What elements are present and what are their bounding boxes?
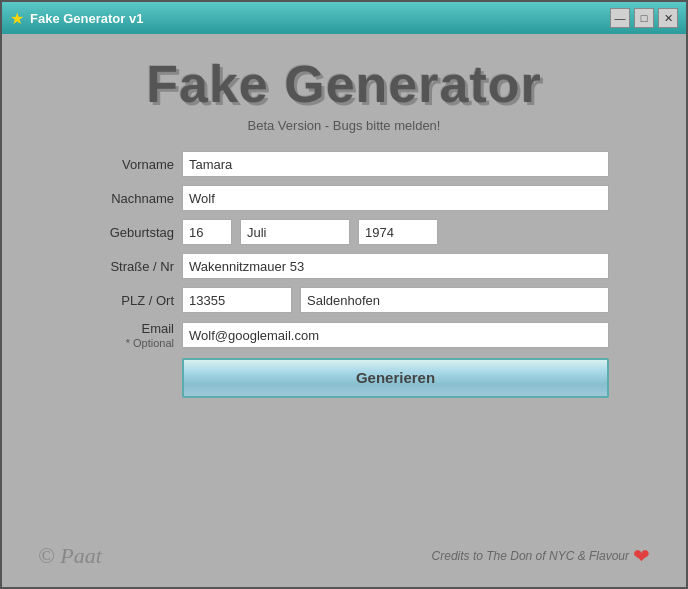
email-optional-label: * Optional — [79, 337, 174, 350]
vorname-row: Vorname — [79, 151, 609, 177]
app-title: Fake Generator — [146, 54, 542, 114]
geburtstag-label: Geburtstag — [79, 225, 174, 240]
geburtstag-year-input[interactable] — [358, 219, 438, 245]
strasse-label: Straße / Nr — [79, 259, 174, 274]
window-title: Fake Generator v1 — [30, 11, 604, 26]
close-button[interactable]: ✕ — [658, 8, 678, 28]
sun-icon: ❤ — [633, 544, 650, 568]
credits-container: Credits to The Don of NYC & Flavour ❤ — [432, 544, 650, 568]
nachname-input[interactable] — [182, 185, 609, 211]
app-icon: ★ — [10, 9, 24, 28]
generate-button[interactable]: Generieren — [182, 358, 609, 398]
app-subtitle: Beta Version - Bugs bitte melden! — [248, 118, 441, 133]
content-area: Fake Generator Beta Version - Bugs bitte… — [2, 34, 686, 587]
window-controls: — □ ✕ — [610, 8, 678, 28]
geburtstag-row: Geburtstag — [79, 219, 609, 245]
email-input[interactable] — [182, 322, 609, 348]
maximize-button[interactable]: □ — [634, 8, 654, 28]
plz-input[interactable] — [182, 287, 292, 313]
nachname-row: Nachname — [79, 185, 609, 211]
vorname-input[interactable] — [182, 151, 609, 177]
geburtstag-month-input[interactable] — [240, 219, 350, 245]
strasse-input[interactable] — [182, 253, 609, 279]
email-row: Email * Optional — [79, 321, 609, 350]
copyright-text: © Paat — [38, 543, 102, 569]
vorname-label: Vorname — [79, 157, 174, 172]
footer: © Paat Credits to The Don of NYC & Flavo… — [22, 535, 666, 577]
plzort-row: PLZ / Ort — [79, 287, 609, 313]
form-container: Vorname Nachname Geburtstag Straße / Nr — [79, 151, 609, 398]
main-window: ★ Fake Generator v1 — □ ✕ Fake Generator… — [0, 0, 688, 589]
nachname-label: Nachname — [79, 191, 174, 206]
titlebar: ★ Fake Generator v1 — □ ✕ — [2, 2, 686, 34]
strasse-row: Straße / Nr — [79, 253, 609, 279]
generate-row: Generieren — [79, 358, 609, 398]
credits-text: Credits to The Don of NYC & Flavour — [432, 549, 629, 563]
geburtstag-day-input[interactable] — [182, 219, 232, 245]
ort-input[interactable] — [300, 287, 609, 313]
email-label-container: Email * Optional — [79, 321, 174, 350]
email-label: Email — [79, 321, 174, 337]
minimize-button[interactable]: — — [610, 8, 630, 28]
plz-label: PLZ / Ort — [79, 293, 174, 308]
